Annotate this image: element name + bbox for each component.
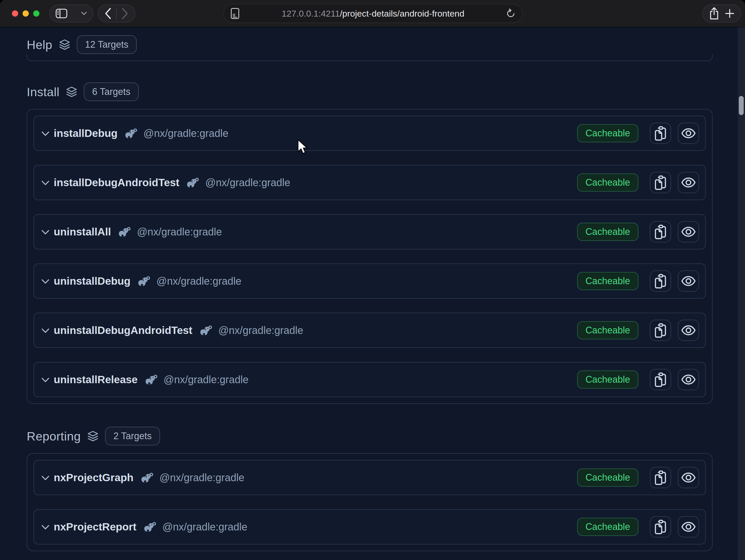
chevron-down-icon[interactable] [41,279,50,284]
back-button[interactable] [104,8,111,19]
url-text: 127.0.0.1:4211/project-details/android-f… [282,8,464,19]
target-runner: @nx/gradle:gradle [162,521,247,533]
target-runner: @nx/gradle:gradle [160,472,245,484]
chevron-down-icon [81,11,87,15]
cacheable-badge: Cacheable [577,468,638,487]
view-target-button[interactable] [678,172,699,193]
eye-icon [681,226,696,237]
target-row[interactable]: uninstallDebugAndroidTest @nx/gradle:gra… [33,313,706,348]
forward-button[interactable] [122,8,128,19]
share-button[interactable] [709,7,719,20]
section-header-reporting: Reporting 2 Targets [27,427,713,445]
target-row[interactable]: installDebug @nx/gradle:gradle Cacheable [33,116,706,151]
gradle-elephant-icon [186,177,199,188]
gradle-elephant-icon [144,374,158,385]
chevron-down-icon[interactable] [41,525,50,530]
url-host: 127.0.0.1:4211 [282,8,340,19]
view-target-button[interactable] [678,123,699,144]
target-runner: @nx/gradle:gradle [164,374,249,386]
section-header-help: Help 12 Targets [27,27,713,54]
copy-clipboard-icon [654,224,667,239]
copy-target-button[interactable] [650,221,671,242]
sidebar-toggle-button[interactable] [49,4,93,23]
chevron-down-icon[interactable] [41,180,50,186]
nav-divider [116,7,117,20]
targets-count-badge: 2 Targets [105,427,160,445]
target-row[interactable]: uninstallRelease @nx/gradle:gradle Cache… [33,362,706,397]
section-title: Help [27,38,53,52]
eye-icon [681,472,696,483]
close-button[interactable] [12,10,18,16]
eye-icon [681,521,696,532]
target-row[interactable]: nxProjectGraph @nx/gradle:gradle Cacheab… [33,460,706,495]
reporting-targets-box: nxProjectGraph @nx/gradle:gradle Cacheab… [27,453,713,551]
page-settings-icon[interactable] [231,8,239,19]
targets-count-badge: 6 Targets [84,82,138,101]
gradle-elephant-icon [118,226,131,237]
target-name: uninstallDebug [54,275,130,287]
target-row[interactable]: installDebugAndroidTest @nx/gradle:gradl… [33,165,706,200]
reload-button[interactable] [506,8,516,19]
copy-target-button[interactable] [650,467,671,488]
chevron-down-icon[interactable] [41,476,50,481]
copy-clipboard-icon [654,470,667,485]
chevron-down-icon[interactable] [41,131,50,136]
cacheable-badge: Cacheable [577,124,638,142]
target-name: installDebug [54,127,118,139]
cacheable-badge: Cacheable [577,371,638,389]
target-runner: @nx/gradle:gradle [205,177,290,188]
layers-icon [59,39,70,50]
eye-icon [681,325,696,336]
copy-target-button[interactable] [650,369,671,390]
toolbar-right-buttons [702,4,741,23]
mouse-cursor [297,139,309,155]
browser-window: 127.0.0.1:4211/project-details/android-f… [0,0,745,560]
gradle-elephant-icon [143,522,156,532]
copy-clipboard-icon [654,126,667,141]
zoom-button[interactable] [33,10,39,16]
copy-clipboard-icon [654,274,667,288]
cacheable-badge: Cacheable [577,272,638,290]
gradle-elephant-icon [137,276,150,286]
copy-target-button[interactable] [650,516,671,537]
chevron-down-icon[interactable] [41,378,50,383]
scrollbar-thumb[interactable] [739,96,744,115]
chevron-down-icon[interactable] [41,230,50,235]
target-runner: @nx/gradle:gradle [219,325,303,336]
url-path: /project-details/android-frontend [340,8,464,19]
eye-icon [681,276,696,286]
scrollbar-track[interactable] [738,27,745,560]
view-target-button[interactable] [678,270,699,292]
project-details-page: Help 12 Targets Install [0,27,745,560]
nav-buttons [98,4,135,23]
install-targets-box: installDebug @nx/gradle:gradle Cacheable [27,109,713,404]
target-runner: @nx/gradle:gradle [137,226,222,238]
new-tab-button[interactable] [725,9,734,18]
view-target-button[interactable] [678,221,699,242]
copy-target-button[interactable] [650,270,671,292]
copy-target-button[interactable] [650,172,671,193]
cacheable-badge: Cacheable [577,321,638,339]
target-name: uninstallDebugAndroidTest [54,324,192,337]
target-name: installDebugAndroidTest [54,177,179,189]
copy-target-button[interactable] [650,320,671,341]
minimize-button[interactable] [23,10,29,16]
view-target-button[interactable] [678,467,699,488]
section-title: Install [27,85,59,99]
copy-target-button[interactable] [650,123,671,144]
section-title: Reporting [27,429,81,443]
chevron-down-icon[interactable] [41,328,50,334]
eye-icon [681,177,696,188]
target-row[interactable]: uninstallDebug @nx/gradle:gradle Cacheab… [33,264,706,299]
target-row[interactable]: uninstallAll @nx/gradle:gradle Cacheable [33,214,706,249]
help-box-bottom-edge [27,55,713,61]
gradle-elephant-icon [124,128,137,138]
cacheable-badge: Cacheable [577,223,638,241]
address-bar[interactable]: 127.0.0.1:4211/project-details/android-f… [223,4,523,23]
target-row[interactable]: nxProjectReport @nx/gradle:gradle Cachea… [33,509,706,545]
layers-icon [66,86,77,98]
view-target-button[interactable] [678,516,699,537]
view-target-button[interactable] [678,320,699,341]
view-target-button[interactable] [678,369,699,390]
target-name: uninstallRelease [54,374,138,386]
